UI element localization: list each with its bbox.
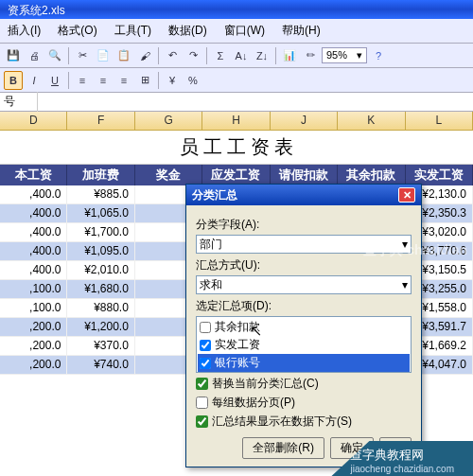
watermark-sub: jiaocheng chazidian.com — [350, 464, 454, 474]
separator — [68, 47, 69, 64]
col-header-K[interactable]: K — [338, 112, 405, 130]
currency-icon[interactable]: ¥ — [163, 71, 182, 90]
zoom-value: 95% — [326, 49, 347, 62]
cell-content[interactable]: 号 — [0, 92, 38, 112]
col-header-J[interactable]: J — [271, 112, 338, 130]
menu-bar: 插入(I) 格式(O) 工具(T) 数据(D) 窗口(W) 帮助(H) — [0, 19, 473, 44]
sort-asc-icon[interactable]: A↓ — [232, 46, 251, 65]
data-header-row: 本工资 加班费 奖金 应发工资 请假扣款 其余扣款 实发工资 — [0, 165, 473, 185]
menu-window[interactable]: 窗口(W) — [217, 21, 272, 41]
checkbox-below[interactable] — [196, 415, 208, 428]
paste-icon[interactable]: 📋 — [114, 46, 133, 65]
column-headers: D F G H J K L — [0, 112, 473, 131]
checkbox-other-deduct[interactable] — [200, 322, 211, 333]
chevron-down-icon: ▾ — [402, 278, 408, 291]
save-icon[interactable]: 💾 — [4, 46, 23, 65]
formula-bar: 号 — [0, 93, 473, 112]
checkbox-pagebreak[interactable] — [196, 397, 208, 409]
italic-button[interactable]: I — [25, 71, 44, 90]
merge-cells-icon[interactable]: ⊞ — [135, 71, 154, 90]
dialog-titlebar[interactable]: 分类汇总 ✕ — [186, 185, 421, 205]
col-header-G[interactable]: G — [135, 112, 202, 130]
opt-replace[interactable]: 替换当前分类汇总(C) — [196, 376, 412, 392]
undo-icon[interactable]: ↶ — [163, 46, 182, 65]
func-label: 汇总方式(U): — [196, 257, 412, 273]
cut-icon[interactable]: ✂ — [73, 46, 92, 65]
redo-icon[interactable]: ↷ — [184, 46, 202, 65]
percent-icon[interactable]: % — [184, 71, 202, 90]
list-item-selected[interactable]: 银行账号 — [198, 354, 410, 372]
separator — [158, 72, 159, 89]
align-left-icon[interactable]: ≡ — [73, 71, 92, 90]
subtotal-dialog: 分类汇总 ✕ 分类字段(A): 部门 ▾ 汇总方式(U): 求和 ▾ 选定汇总项… — [185, 184, 422, 467]
checkbox-bank-acct[interactable] — [200, 358, 211, 369]
format-painter-icon[interactable]: 🖌 — [135, 46, 154, 65]
align-center-icon[interactable]: ≡ — [94, 71, 113, 90]
help-icon[interactable]: ? — [369, 46, 388, 65]
separator — [206, 47, 207, 64]
menu-help[interactable]: 帮助(H) — [274, 21, 328, 41]
menu-insert[interactable]: 插入(I) — [0, 21, 48, 41]
hdr-gross-pay[interactable]: 应发工资 — [202, 165, 270, 185]
checkbox-replace[interactable] — [196, 378, 208, 390]
chevron-down-icon: ▾ — [357, 49, 362, 62]
hdr-overtime[interactable]: 加班费 — [67, 165, 134, 185]
bold-button[interactable]: B — [4, 71, 23, 90]
menu-data[interactable]: 数据(D) — [161, 21, 215, 41]
chart-icon[interactable]: 📊 — [280, 46, 299, 65]
col-header-H[interactable]: H — [202, 112, 270, 130]
items-listbox[interactable]: 其余扣款 实发工资 银行账号 — [196, 316, 412, 373]
hdr-base-salary[interactable]: 本工资 — [0, 165, 67, 185]
hdr-other-deduct[interactable]: 其余扣款 — [338, 165, 405, 185]
separator — [158, 47, 159, 64]
checkbox-net-pay[interactable] — [200, 340, 211, 351]
opt-below[interactable]: 汇总结果显示在数据下方(S) — [196, 414, 412, 430]
list-item[interactable]: 其余扣款 — [198, 318, 410, 336]
field-label: 分类字段(A): — [196, 217, 412, 233]
func-combo[interactable]: 求和 ▾ — [196, 275, 412, 294]
watermark: 查字典 chazidian — [363, 242, 467, 259]
field-value: 部门 — [200, 237, 222, 253]
formatting-toolbar: B I U ≡ ≡ ≡ ⊞ ¥ % — [0, 68, 473, 93]
menu-format[interactable]: 格式(O) — [50, 21, 104, 41]
col-header-D[interactable]: D — [0, 112, 67, 130]
remove-all-button[interactable]: 全部删除(R) — [242, 437, 324, 459]
underline-button[interactable]: U — [45, 71, 64, 90]
func-value: 求和 — [200, 277, 222, 293]
col-header-F[interactable]: F — [67, 112, 134, 130]
list-item[interactable]: 实发工资 — [198, 336, 410, 354]
menu-tools[interactable]: 工具(T) — [107, 21, 159, 41]
sort-desc-icon[interactable]: Z↓ — [253, 46, 272, 65]
align-right-icon[interactable]: ≡ — [114, 71, 133, 90]
zoom-combo[interactable]: 95%▾ — [322, 47, 367, 63]
separator — [275, 47, 276, 64]
watermark-title: 查字典教程网 — [350, 447, 454, 464]
preview-icon[interactable]: 🔍 — [45, 46, 64, 65]
copy-icon[interactable]: 📄 — [94, 46, 113, 65]
standard-toolbar: 💾 🖨 🔍 ✂ 📄 📋 🖌 ↶ ↷ Σ A↓ Z↓ 📊 ✏ 95%▾ ? — [0, 44, 473, 68]
hdr-bonus[interactable]: 奖金 — [135, 165, 202, 185]
opt-pagebreak[interactable]: 每组数据分页(P) — [196, 395, 412, 411]
window-title: 资系统2.xls — [8, 4, 65, 17]
col-header-L[interactable]: L — [406, 112, 473, 130]
sum-icon[interactable]: Σ — [211, 46, 230, 65]
print-icon[interactable]: 🖨 — [25, 46, 44, 65]
drawing-icon[interactable]: ✏ — [301, 46, 320, 65]
hdr-net-pay[interactable]: 实发工资 — [406, 165, 473, 185]
hdr-leave-deduct[interactable]: 请假扣款 — [271, 165, 338, 185]
close-icon[interactable]: ✕ — [398, 187, 415, 203]
separator — [68, 72, 69, 89]
dialog-title: 分类汇总 — [192, 187, 237, 203]
sheet-title[interactable]: 员 工 工 资 表 — [0, 131, 473, 165]
window-titlebar: 资系统2.xls — [0, 0, 473, 19]
items-label: 选定汇总项(D): — [196, 298, 412, 314]
